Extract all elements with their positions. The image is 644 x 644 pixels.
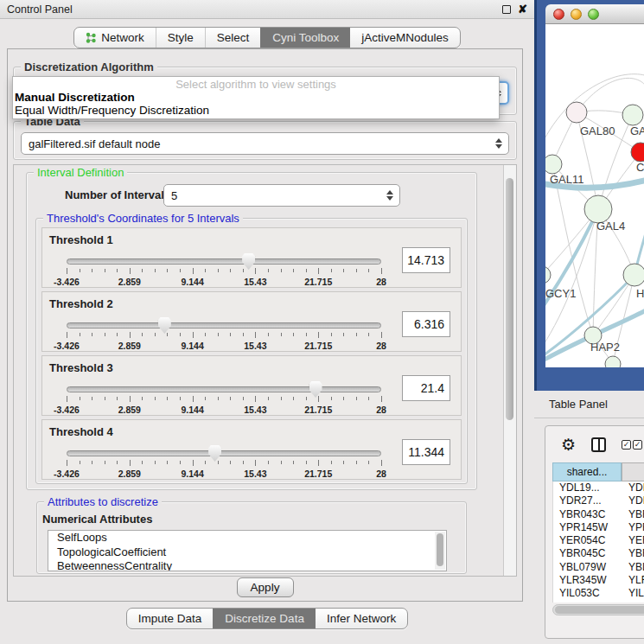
- threshold-panel-1: Threshold 1-3.4262.8599.14415.4321.71528…: [41, 227, 462, 288]
- table-column-header[interactable]: shared...: [552, 462, 622, 481]
- table-panel: Table Panel ⚙ ✓ ✓ shared...na YDL19...YD…: [534, 391, 644, 644]
- bottom-tab-impute-data[interactable]: Impute Data: [127, 609, 214, 628]
- threshold-panel-4: Threshold 4-3.4262.8599.14415.4321.71528…: [41, 419, 462, 480]
- tab-select[interactable]: Select: [205, 28, 261, 48]
- zoom-traffic-light-icon[interactable]: [588, 9, 599, 20]
- list-item[interactable]: BetweennessCentrality: [48, 559, 446, 571]
- network-node-gal80[interactable]: [566, 102, 587, 123]
- network-node-gal11[interactable]: [545, 155, 562, 174]
- threshold-label: Threshold 1: [49, 233, 113, 246]
- slider-track[interactable]: [67, 322, 381, 328]
- network-node-unlabeled[interactable]: [605, 356, 621, 367]
- table-cell: YDL1: [622, 481, 644, 494]
- table-cell: YBR0: [622, 508, 644, 521]
- slider-ticks: [67, 332, 381, 339]
- tab-style[interactable]: Style: [156, 28, 205, 48]
- close-traffic-light-icon[interactable]: [553, 9, 564, 20]
- minimize-traffic-light-icon[interactable]: [571, 9, 582, 20]
- threshold-slider[interactable]: -3.4262.8599.14415.4321.71528: [67, 252, 381, 287]
- algorithm-dropdown-list: Select algorithm to view settings Manual…: [12, 76, 500, 119]
- table-cell: YBR045C: [553, 547, 622, 560]
- network-node-label: GAL: [630, 124, 644, 137]
- bottom-tab-discretize-data[interactable]: Discretize Data: [213, 609, 316, 628]
- table-row[interactable]: YLR345WYLR3: [553, 574, 644, 587]
- network-node-label: H: [636, 287, 644, 300]
- list-item[interactable]: SelfLoops: [48, 531, 446, 545]
- table-row[interactable]: YBR043CYBR0: [553, 508, 644, 521]
- scrollbar-thumb[interactable]: [506, 178, 513, 420]
- table-cell: YBR0: [622, 547, 644, 560]
- settings-scrollbar[interactable]: [503, 165, 516, 576]
- attributes-group-label: Attributes to discretize: [44, 495, 162, 508]
- column-layout-icon[interactable]: [591, 437, 606, 452]
- dropdown-option-equal-width-frequency[interactable]: Equal Width/Frequency Discretization: [13, 104, 499, 117]
- bottom-tab-strip: Impute DataDiscretize DataInfer Network: [126, 608, 408, 629]
- tab-label: Network: [101, 31, 144, 44]
- float-window-icon[interactable]: [502, 5, 511, 14]
- threshold-slider[interactable]: -3.4262.8599.14415.4321.71528: [67, 444, 381, 479]
- table-cell: YIL0: [622, 587, 644, 600]
- threshold-slider[interactable]: -3.4262.8599.14415.4321.71528: [67, 380, 381, 415]
- table-cell: YLR3: [622, 574, 644, 587]
- threshold-value-field[interactable]: 21.4: [402, 375, 450, 401]
- discretization-algorithm-label: Discretization Algorithm: [21, 61, 157, 73]
- network-node-c[interactable]: [631, 143, 644, 162]
- tab-label: Impute Data: [138, 612, 202, 625]
- dropdown-prompt-item[interactable]: Select algorithm to view settings: [13, 78, 499, 91]
- apply-button[interactable]: Apply: [237, 577, 294, 597]
- tab-jactivemnodules[interactable]: jActiveMNodules: [350, 28, 460, 48]
- table-cell: YDR2: [622, 494, 644, 507]
- list-scrollbar[interactable]: [435, 532, 445, 570]
- checkbox-icon: ✓: [622, 440, 631, 450]
- threshold-value-field[interactable]: 11.344: [402, 439, 450, 465]
- network-node-h[interactable]: [623, 264, 644, 286]
- threshold-value-field[interactable]: 6.316: [402, 311, 450, 337]
- network-window-titlebar: [545, 4, 644, 24]
- thresholds-group: Threshold's Coordinates for 5 Intervals …: [35, 218, 468, 484]
- top-tab-strip: NetworkStyleSelectCyni ToolboxjActiveMNo…: [73, 27, 461, 48]
- dropdown-option-manual-discretization[interactable]: Manual Discretization: [13, 91, 499, 104]
- network-node-label: GCY1: [545, 287, 576, 300]
- network-node-label: GAL11: [550, 173, 584, 186]
- slider-tick-labels: -3.4262.8599.14415.4321.71528: [67, 469, 381, 479]
- table-data-combobox[interactable]: galFiltered.sif default node: [21, 132, 509, 155]
- close-icon[interactable]: ✘: [518, 5, 527, 14]
- table-cell: YPR145W: [553, 521, 622, 534]
- table-row[interactable]: YER054CYER0: [553, 534, 644, 547]
- number-of-intervals-value: 5: [171, 189, 177, 202]
- table-cell: YBL0: [622, 561, 644, 574]
- table-row[interactable]: YBR045CYBR0: [553, 547, 644, 560]
- numerical-attributes-list[interactable]: SelfLoopsTopologicalCoefficientBetweenne…: [48, 530, 447, 571]
- select-columns-icon[interactable]: ✓ ✓: [622, 440, 642, 450]
- slider-track[interactable]: [67, 450, 381, 456]
- tab-cyni-toolbox[interactable]: Cyni Toolbox: [260, 28, 350, 48]
- gear-icon[interactable]: ⚙: [561, 436, 576, 453]
- slider-track[interactable]: [67, 258, 381, 265]
- network-canvas[interactable]: GAL80GALCGAL11GAL4GCY1HHAP2: [545, 24, 644, 367]
- table-row[interactable]: YIL053CYIL0: [553, 587, 644, 600]
- cyni-toolbox-content: Discretization Algorithm Select algorith…: [7, 48, 523, 602]
- threshold-slider[interactable]: -3.4262.8599.14415.4321.71528: [67, 316, 381, 351]
- interval-definition-group: Interval Definition Number of Intervals …: [26, 172, 477, 490]
- table-cell: YDR27...: [553, 494, 622, 507]
- node-table: shared...na YDL19...YDL1YDR27...YDR2YBR0…: [552, 462, 644, 603]
- network-node-gal[interactable]: [622, 105, 643, 125]
- network-node-gcy1[interactable]: [545, 266, 551, 284]
- attributes-group: Attributes to discretize Numerical Attri…: [36, 501, 467, 574]
- table-panel-titlebar: Table Panel: [534, 391, 644, 418]
- control-panel-titlebar: Control Panel ✘: [0, 0, 534, 19]
- table-cell: YER0: [622, 534, 644, 547]
- table-row[interactable]: YBL079WYBL0: [553, 561, 644, 574]
- threshold-value-field[interactable]: 14.713: [402, 247, 450, 273]
- bottom-tab-infer-network[interactable]: Infer Network: [316, 609, 407, 628]
- table-row[interactable]: YDR27...YDR2: [553, 494, 644, 507]
- tab-network[interactable]: Network: [74, 28, 156, 48]
- slider-track[interactable]: [67, 386, 381, 392]
- number-of-intervals-combobox[interactable]: 5: [163, 184, 400, 207]
- checkbox-icon: ✓: [633, 440, 642, 450]
- table-horizontal-scrollbar[interactable]: [552, 604, 644, 615]
- table-row[interactable]: YDL19...YDL1: [553, 481, 644, 494]
- table-column-header[interactable]: na: [622, 462, 644, 481]
- table-row[interactable]: YPR145WYPR1: [553, 521, 644, 534]
- list-item[interactable]: TopologicalCoefficient: [48, 545, 446, 560]
